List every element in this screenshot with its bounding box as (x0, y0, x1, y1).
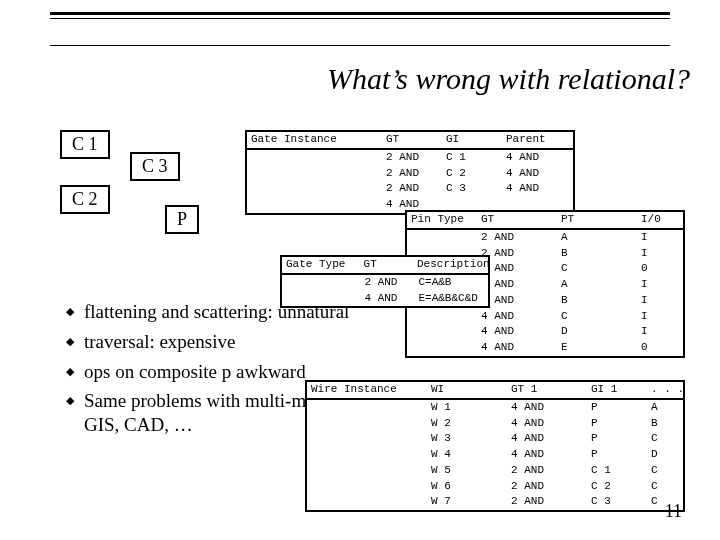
rule-mid (50, 45, 670, 46)
table-row: W 34 ANDPC (307, 431, 683, 447)
rule-top-thick (50, 12, 670, 15)
col-header: GT (360, 257, 413, 273)
table-gate-type: Gate Type GT Description 2 ANDC=A&B 4 AN… (280, 255, 490, 308)
table-row: 4 ANDDI (407, 324, 683, 340)
col-header: GI 1 (587, 382, 647, 398)
table-row: W 44 ANDPD (307, 447, 683, 463)
table-row: 2 ANDC 14 AND (247, 150, 573, 166)
table-header: Gate Instance GT GI Parent (247, 132, 573, 150)
table-header: Pin Type GT PT I/0 (407, 212, 683, 230)
col-header: Gate Type (282, 257, 360, 273)
slide-title: What’s wrong with relational? (50, 62, 690, 96)
col-header: I/0 (637, 212, 682, 228)
col-header: Gate Instance (247, 132, 382, 148)
table-row: W 52 ANDC 1C (307, 463, 683, 479)
rule-top-thin (50, 18, 670, 19)
table-row: 4 ANDE=A&B&C&D (282, 291, 488, 307)
col-header: . . . (647, 382, 682, 398)
table-row: 4 ANDE0 (407, 340, 683, 356)
col-header: GI (442, 132, 502, 148)
box-p: P (165, 205, 199, 234)
table-gate-instance: Gate Instance GT GI Parent 2 ANDC 14 AND… (245, 130, 575, 215)
col-header: GT (477, 212, 557, 228)
col-header: Wire Instance (307, 382, 427, 398)
table-row: 2 ANDC 34 AND (247, 181, 573, 197)
table-header: Gate Type GT Description (282, 257, 488, 275)
table-row: W 62 ANDC 2C (307, 479, 683, 495)
table-row: W 24 ANDPB (307, 416, 683, 432)
table-row: 2 ANDAI (407, 230, 683, 246)
col-header: Description (413, 257, 488, 273)
page-number: 11 (665, 501, 682, 522)
table-row: 2 ANDC 24 AND (247, 166, 573, 182)
col-header: PT (557, 212, 637, 228)
box-c2: C 2 (60, 185, 110, 214)
diagram: C 1 C 2 C 3 P (60, 130, 240, 250)
table-row: W 72 ANDC 3C (307, 494, 683, 510)
col-header: Parent (502, 132, 572, 148)
slide: What’s wrong with relational? C 1 C 2 C … (0, 0, 720, 540)
table-row: 4 ANDCI (407, 309, 683, 325)
box-c3: C 3 (130, 152, 180, 181)
col-header: Pin Type (407, 212, 477, 228)
col-header: GT 1 (507, 382, 587, 398)
table-header: Wire Instance WI GT 1 GI 1 . . . (307, 382, 683, 400)
table-row: 2 ANDC=A&B (282, 275, 488, 291)
table-wire-instance: Wire Instance WI GT 1 GI 1 . . . W 14 AN… (305, 380, 685, 512)
list-item: traversal: expensive (66, 330, 356, 354)
box-c1: C 1 (60, 130, 110, 159)
table-row: W 14 ANDPA (307, 400, 683, 416)
col-header: GT (382, 132, 442, 148)
col-header: WI (427, 382, 507, 398)
